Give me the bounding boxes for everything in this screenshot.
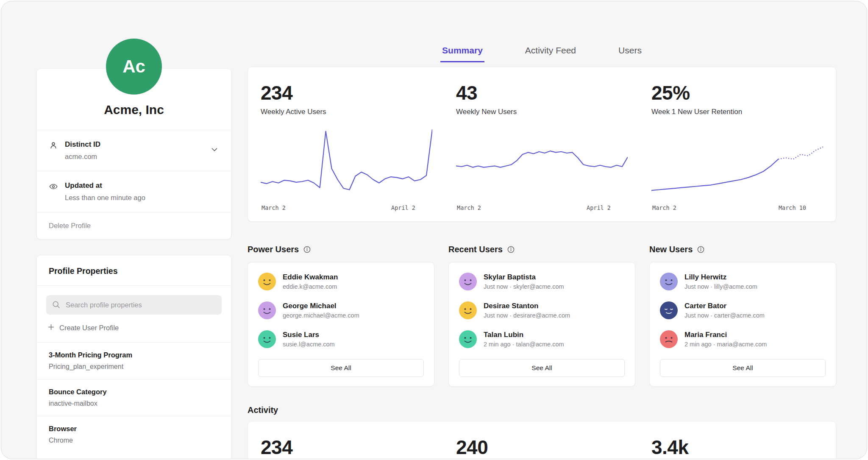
user-name: Lilly Herwitz [684,273,757,282]
search-input[interactable] [46,295,222,315]
recent-users-card: Skylar Baptista Just now · skyler@acme.c… [448,262,635,387]
user-name: Susie Lars [283,331,335,339]
property-row[interactable]: 3-Month Pricing Program Pricing_plan_exp… [37,342,231,379]
field-value: acme.com [65,153,100,161]
user-row[interactable]: George Michael george.michael@acme.com [258,301,424,319]
user-subtitle: 2 min ago · maria@acme.com [684,341,767,348]
user-row[interactable]: Skylar Baptista Just now · skyler@acme.c… [459,273,625,290]
week1-retention-chart [651,125,823,201]
new-users-title: New Users [649,245,693,254]
activity-metric-value: 234 [261,436,432,459]
property-value: Pricing_plan_experiment [49,363,219,371]
smiley-face-icon [459,301,477,319]
x-axis-start: March 2 [457,204,481,211]
plus-icon [47,323,55,333]
see-all-button[interactable]: See All [660,359,826,377]
user-row[interactable]: Carter Bator Just now · carter@acme.com [660,301,826,319]
see-all-button[interactable]: See All [459,359,625,377]
info-icon[interactable] [697,245,705,254]
property-value: Chrome [49,437,219,444]
user-avatar [660,301,678,319]
user-row[interactable]: Eddie Kwakman eddie.k@acme.com [258,273,424,290]
tab-users[interactable]: Users [617,45,643,62]
user-name: Talan Lubin [484,331,564,339]
user-row[interactable]: Talan Lubin 2 min ago · talan@acme.com [459,330,625,348]
smiley-face-icon [660,330,678,348]
user-avatar [258,273,276,290]
user-row[interactable]: Lilly Herwitz Just now · lilly@acme.com [660,273,826,290]
x-axis-start: March 2 [652,204,676,211]
smiley-face-icon [660,273,678,290]
x-axis-labels: March 2 April 2 [261,204,432,211]
search-icon [52,300,61,311]
user-row[interactable]: Maria Franci 2 min ago · maria@acme.com [660,330,826,348]
user-subtitle: Just now · lilly@acme.com [684,283,757,290]
person-icon [49,141,58,152]
divider [37,285,231,286]
property-row[interactable]: Browser Chrome [37,416,231,453]
user-row[interactable]: Susie Lars susie.l@acme.com [258,330,424,348]
new-users-section: New Users Lilly Herwitz Just now · lilly… [649,245,836,387]
tab-summary[interactable]: Summary [440,45,484,62]
user-subtitle: george.michael@acme.com [283,312,359,319]
smiley-face-icon [258,330,276,348]
user-lists-row: Power Users Eddie Kwakman eddie.k@acme.c… [248,245,836,387]
x-axis-start: March 2 [262,204,286,211]
profile-properties-title: Profile Properties [37,255,231,285]
property-name: 3-Month Pricing Program [49,351,219,359]
summary-stats-card: 234 Weekly Active Users March 2 April 2 … [248,67,836,222]
activity-card: 234 240 3.4k [248,421,836,459]
metric-value: 25% [651,81,823,104]
property-name: Browser [49,425,219,433]
property-value: inactive-mailbox [49,400,219,407]
user-avatar [258,301,276,319]
x-axis-labels: March 2 April 2 [456,204,628,211]
user-name: George Michael [283,302,359,310]
distinct-id-row[interactable]: Distinct ID acme.com [37,130,231,171]
info-icon[interactable] [507,245,515,254]
see-all-button[interactable]: See All [258,359,424,377]
company-avatar: Ac [106,39,162,95]
user-avatar [660,273,678,290]
metric-weekly-active-users: 234 Weekly Active Users March 2 April 2 [261,81,432,211]
metric-weekly-new-users: 43 Weekly New Users March 2 April 2 [456,81,628,211]
main-content: Summary Activity Feed Users 234 Weekly A… [231,1,867,459]
field-value: Less than one minute ago [65,194,145,202]
profile-sidebar: Ac Acme, Inc Distinct ID acme.com [36,1,231,459]
activity-heading: Activity [248,405,836,415]
activity-metric-value: 3.4k [651,436,823,459]
property-name: Bounce Category [49,388,219,396]
recent-users-section: Recent Users Skylar Baptista Just now · … [448,245,635,387]
metric-label: Weekly New Users [456,108,628,116]
user-subtitle: Just now · carter@acme.com [684,312,765,319]
new-users-card: Lilly Herwitz Just now · lilly@acme.com … [649,262,836,387]
delete-profile-button[interactable]: Delete Profile [37,212,231,239]
user-name: Carter Bator [684,302,765,310]
metric-value: 234 [261,81,432,104]
tab-activity-feed[interactable]: Activity Feed [523,45,578,62]
smiley-face-icon [459,330,477,348]
profile-properties-card: Profile Properties Create User Profile 3… [36,255,231,459]
user-avatar [459,301,477,319]
info-icon[interactable] [303,245,311,254]
weekly-active-users-chart [261,125,432,201]
user-row[interactable]: Desirae Stanton Just now · desirare@acme… [459,301,625,319]
user-avatar [459,330,477,348]
user-avatar [459,273,477,290]
chevron-down-icon[interactable] [210,145,219,156]
property-row[interactable]: Bounce Category inactive-mailbox [37,379,231,416]
user-avatar [258,330,276,348]
sleepy-face-icon [660,301,678,319]
x-axis-end: March 10 [779,204,806,211]
create-user-profile-button[interactable]: Create User Profile [37,315,231,342]
tab-bar: Summary Activity Feed Users [248,45,836,62]
profile-properties-search [46,295,222,315]
smiley-face-icon [258,273,276,290]
user-subtitle: Just now · desirare@acme.com [484,312,570,319]
user-name: Desirae Stanton [484,302,570,310]
power-users-title: Power Users [248,245,299,254]
x-axis-labels: March 2 March 10 [651,204,823,211]
company-avatar-initials: Ac [122,56,145,77]
weekly-new-users-chart [456,125,628,201]
metric-label: Week 1 New User Retention [651,108,823,116]
